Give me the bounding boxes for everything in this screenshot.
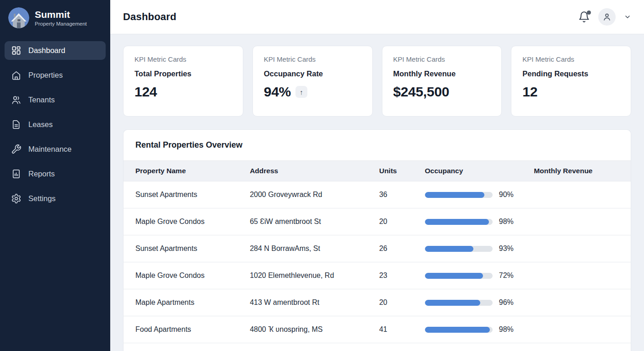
kpi-card-row: KPI Metric Cards Total Properties 124 ↑ … [123,46,631,117]
kpi-eyebrow: KPI Metric Cards [134,55,232,63]
user-avatar-icon[interactable] [598,8,616,26]
dashboard-icon [11,45,21,56]
table-title: Rental Properties Overview [123,130,631,160]
report-chart-icon [11,169,21,179]
chevron-down-icon[interactable] [624,13,631,21]
cell-monthly-revenue [529,235,631,262]
cell-property-name: Sunset Apartments [123,181,245,208]
document-icon [11,119,21,130]
cell-monthly-revenue [529,262,631,289]
sidebar-item-properties[interactable]: Properties [5,66,106,85]
table-header-row: Property Name Address Units Occupancy Mo… [123,161,631,181]
svg-text:▮▮: ▮▮ [17,19,21,21]
kpi-eyebrow: KPI Metric Cards [393,55,491,63]
rental-properties-card: Rental Properties Overview Property Name… [123,129,631,351]
cell-property-name: Food Apartments [123,316,245,343]
cell-property-name: Maple Grove Condos [123,262,245,289]
table-row: Maple Grove Condos 65 ƐiW amentbroot St … [123,208,631,235]
sidebar-item-label: Settings [28,194,56,203]
occupancy-percent-label: 72% [499,271,514,280]
kpi-eyebrow: KPI Metric Cards [522,55,620,63]
sidebar-item-leases[interactable]: Leases [5,115,106,134]
table-row: Food Apartments 4800 Ҡ ʋnospring, MS 41 … [123,316,631,343]
sidebar-item-maintenance[interactable]: Maintenance [5,140,106,159]
cell-property-name: Sunset Apartments [123,235,245,262]
occupancy-progress-fill [425,219,489,225]
table-row-partial [123,343,631,351]
cell-occupancy: 72% [420,262,529,289]
kpi-label: Monthly Revenue [393,69,491,78]
cell-occupancy: 93% [420,235,529,262]
cell-address: 413 W amentbroot Rt [245,289,375,316]
brand-text: Summit Property Management [35,9,87,26]
cell-monthly-revenue [529,181,631,208]
occupancy-progress-fill [425,192,484,198]
col-occupancy: Occupancy [420,161,529,181]
sidebar-item-label: Reports [28,170,55,178]
sidebar-item-label: Tenants [28,96,55,104]
occupancy-percent-label: 98% [499,325,514,334]
cell-property-name: Maple Apartments [123,289,245,316]
sidebar-item-tenants[interactable]: Tenants [5,90,106,109]
properties-table: Property Name Address Units Occupancy Mo… [123,160,631,351]
occupancy-progress-bar [425,219,493,225]
cell-address: 1020 Elemethlevenue, Rd [245,262,375,289]
cell-property-name: Maple Grove Condos [123,208,245,235]
cell-address: 4800 Ҡ ʋnospring, MS [245,316,375,343]
sidebar-item-reports[interactable]: Reports [5,165,106,183]
table-row: Maple Grove Condos 1020 Elemethlevenue, … [123,262,631,289]
content: KPI Metric Cards Total Properties 124 ↑ … [110,34,644,351]
sidebar-item-dashboard[interactable]: Dashboard [5,41,106,60]
col-address: Address [245,161,375,181]
brand-name: Summit [35,9,87,20]
sidebar-item-settings[interactable]: Settings [5,189,106,208]
sidebar-nav: Dashboard Properties Tenants Leases Main… [0,37,110,212]
cell-occupancy: 90% [420,181,529,208]
kpi-label: Occupancy Rate [264,69,361,78]
sidebar: ▮▮ Summit Property Management Dashboard … [0,0,110,351]
topbar-actions [578,8,631,26]
kpi-value: 124 [134,84,157,100]
cell-units: 23 [375,262,420,289]
main-area: Dashboard K [110,0,644,351]
occupancy-progress-fill [425,246,474,252]
kpi-card: KPI Metric Cards Monthly Revenue $245,50… [382,46,502,117]
cell-units: 41 [375,316,420,343]
kpi-value: 94% [264,84,291,100]
users-icon [11,95,21,105]
kpi-card: KPI Metric Cards Occupancy Rate 94% ↑ [252,46,373,117]
occupancy-progress-bar [425,300,493,306]
occupancy-progress-fill [425,327,490,333]
gear-icon [11,193,21,204]
cell-monthly-revenue [529,316,631,343]
kpi-value: 12 [522,84,537,100]
cell-occupancy: 96% [420,289,529,316]
cell-address: 284 N BorrawAms, St [245,235,375,262]
occupancy-progress-bar [425,327,493,333]
occupancy-progress-bar [425,273,493,279]
occupancy-percent-label: 96% [499,298,514,307]
brand-tagline: Property Management [35,21,87,27]
occupancy-percent-label: 98% [499,218,514,226]
notification-dot [587,11,591,15]
table-row: Maple Apartments 413 W amentbroot Rt 20 … [123,289,631,316]
wrench-icon [11,144,21,154]
occupancy-percent-label: 93% [499,245,514,253]
table-row: Sunset Apartments 284 N BorrawAms, St 26… [123,235,631,262]
occupancy-progress-bar [425,192,493,198]
home-icon [11,70,21,80]
col-units: Units [375,161,420,181]
page-title: Dashboard [123,11,177,23]
brand: ▮▮ Summit Property Management [0,0,110,37]
cell-occupancy: 98% [420,208,529,235]
mountain-house-logo-icon: ▮▮ [8,7,29,28]
kpi-label: Total Properties [134,69,232,78]
trend-up-arrow-icon: ↑ [295,86,307,98]
cell-occupancy: 98% [420,316,529,343]
kpi-eyebrow: KPI Metric Cards [264,55,361,63]
sidebar-item-label: Leases [28,120,53,129]
occupancy-percent-label: 90% [499,191,514,199]
occupancy-progress-fill [425,300,480,306]
bell-icon[interactable] [578,11,590,23]
cell-monthly-revenue [529,289,631,316]
